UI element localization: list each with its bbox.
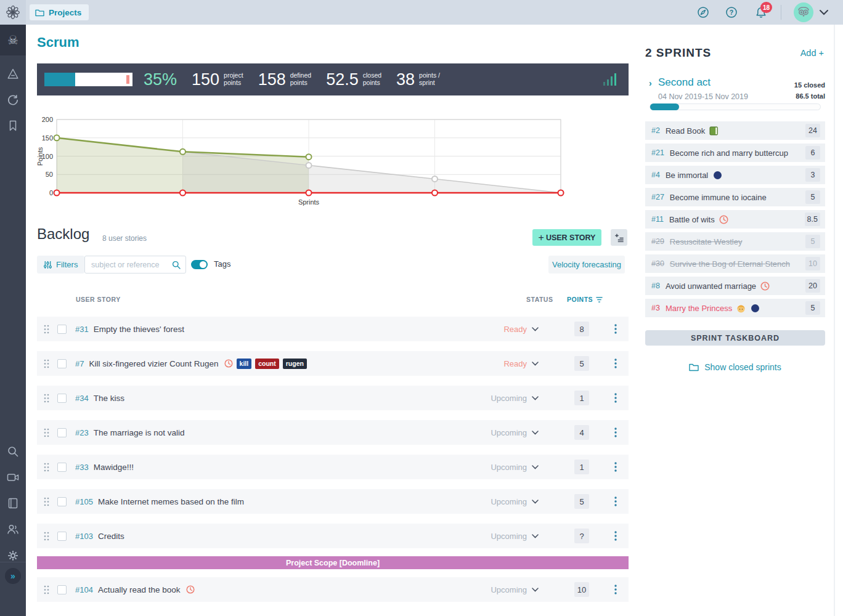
story-ref[interactable]: #105 — [75, 497, 93, 506]
kebab-menu-icon[interactable] — [614, 462, 617, 472]
status-dropdown[interactable]: Ready — [490, 325, 561, 334]
drag-handle-icon[interactable] — [44, 585, 49, 594]
taiga-logo[interactable] — [0, 0, 26, 25]
kebab-menu-icon[interactable] — [614, 531, 617, 541]
row-menu[interactable] — [603, 324, 629, 334]
kebab-menu-icon[interactable] — [614, 359, 617, 368]
story-ref[interactable]: #104 — [75, 585, 93, 594]
sprint-item-title[interactable]: Survive the Bog of Eternal Stench — [670, 259, 790, 269]
search-icon[interactable] — [7, 445, 19, 458]
status-dropdown[interactable]: Upcoming — [490, 532, 561, 541]
sprint-item[interactable]: #27Become immune to iocaine5 — [645, 188, 825, 206]
kebab-menu-icon[interactable] — [614, 585, 617, 594]
row-menu[interactable] — [603, 531, 629, 541]
story-title[interactable]: Make Internet memes based on the film — [98, 497, 244, 506]
story-checkbox[interactable] — [57, 428, 67, 437]
story-checkbox[interactable] — [57, 463, 67, 472]
meet-video-icon[interactable] — [7, 471, 19, 484]
status-dropdown[interactable]: Upcoming — [490, 428, 561, 437]
search-icon[interactable] — [172, 261, 181, 269]
team-icon[interactable] — [7, 523, 19, 535]
sprint-item-ref[interactable]: #11 — [651, 215, 664, 224]
sprint-expand-chevron[interactable]: › — [649, 78, 652, 88]
points-value[interactable]: 5 — [574, 494, 589, 509]
help-icon[interactable]: ? — [725, 6, 738, 18]
user-avatar[interactable] — [794, 2, 813, 22]
drag-handle-icon[interactable] — [44, 359, 49, 368]
story-ref[interactable]: #34 — [75, 394, 89, 403]
chevron-down-icon[interactable] — [819, 9, 829, 16]
story-ref[interactable]: #31 — [75, 325, 89, 334]
status-dropdown[interactable]: Upcoming — [490, 497, 561, 506]
row-menu[interactable] — [603, 428, 629, 437]
sprint-item-ref[interactable]: #3 — [651, 304, 660, 312]
points-value[interactable]: ? — [574, 529, 589, 543]
story-title[interactable]: Kill six-fingered vizier Count Rugen — [89, 359, 218, 368]
points-value[interactable]: 8 — [574, 322, 589, 336]
drag-handle-icon[interactable] — [44, 463, 49, 472]
sprint-item-ref[interactable]: #29 — [651, 237, 664, 246]
status-dropdown[interactable]: Ready — [490, 359, 561, 368]
row-menu[interactable] — [603, 496, 629, 506]
story-title[interactable]: Actually read the book — [98, 585, 181, 594]
story-checkbox[interactable] — [57, 585, 67, 594]
scrollbar-track[interactable] — [834, 25, 835, 616]
story-checkbox[interactable] — [57, 532, 67, 541]
story-title[interactable]: The marriage is not valid — [94, 428, 185, 437]
status-dropdown[interactable]: Upcoming — [490, 463, 561, 472]
status-dropdown[interactable]: Upcoming — [490, 394, 561, 403]
project-logo-skull[interactable]: ☠ — [0, 25, 26, 55]
row-menu[interactable] — [603, 359, 629, 368]
settings-gear-icon[interactable] — [7, 549, 19, 562]
sprint-item-title[interactable]: Become rich and marry buttercup — [670, 148, 788, 158]
sprint-item[interactable]: #29Resuscitate Westley5 — [645, 232, 825, 251]
story-ref[interactable]: #7 — [75, 359, 84, 368]
show-closed-sprints-link[interactable]: Show closed sprints — [645, 362, 825, 372]
story-ref[interactable]: #103 — [75, 532, 93, 541]
kebab-menu-icon[interactable] — [614, 428, 617, 437]
points-value[interactable]: 1 — [574, 460, 589, 474]
projects-button[interactable]: Projects — [30, 4, 89, 20]
search-input[interactable] — [91, 256, 171, 273]
story-ref[interactable]: #23 — [75, 428, 89, 437]
points-value[interactable]: 10 — [574, 582, 589, 597]
sprint-item[interactable]: #30Survive the Bog of Eternal Stench10 — [645, 254, 825, 273]
sprint-item-ref[interactable]: #21 — [651, 148, 664, 157]
filters-button[interactable]: Filters — [37, 256, 84, 274]
kebab-menu-icon[interactable] — [614, 496, 617, 506]
collapse-sidebar-icon[interactable]: » — [5, 568, 21, 584]
column-points[interactable]: POINTS — [567, 296, 603, 303]
drag-handle-icon[interactable] — [44, 394, 49, 403]
sprint-item[interactable]: #4Be immortal3 — [645, 166, 825, 184]
story-checkbox[interactable] — [57, 359, 67, 368]
story-ref[interactable]: #33 — [75, 463, 89, 472]
bulk-add-stories-button[interactable] — [611, 229, 627, 246]
sprint-item-title[interactable]: Marry the Princess — [666, 304, 732, 313]
wiki-book-icon[interactable] — [7, 497, 19, 509]
velocity-forecasting-link[interactable]: Velocity forecasting — [548, 256, 625, 274]
sprint-item[interactable]: #21Become rich and marry buttercup6 — [645, 144, 825, 162]
sprint-item-ref[interactable]: #4 — [651, 171, 660, 179]
add-user-story-button[interactable]: + USER STORY — [532, 229, 601, 246]
sprint-item[interactable]: #2Read Book24 — [645, 121, 825, 140]
sprint-item-ref[interactable]: #27 — [651, 193, 664, 201]
sprint-item[interactable]: #8Avoid unwanted marriage20 — [645, 277, 825, 295]
status-dropdown[interactable]: Upcoming — [490, 585, 561, 594]
issues-bookmark-icon[interactable] — [7, 120, 19, 132]
drag-handle-icon[interactable] — [44, 428, 49, 437]
kebab-menu-icon[interactable] — [614, 393, 617, 403]
sprint-item-title[interactable]: Be immortal — [666, 171, 708, 180]
sprint-item-ref[interactable]: #8 — [651, 282, 660, 290]
sprint-item-title[interactable]: Read Book — [666, 126, 705, 136]
story-checkbox[interactable] — [57, 497, 67, 506]
kebab-menu-icon[interactable] — [614, 324, 617, 334]
sprint-item[interactable]: #11Battle of wits8.5 — [645, 210, 825, 229]
sprint-item-ref[interactable]: #30 — [651, 259, 664, 268]
story-checkbox[interactable] — [57, 394, 67, 403]
story-title[interactable]: Empty the thieves' forest — [94, 325, 184, 334]
stats-bars-icon[interactable] — [603, 73, 616, 86]
story-title[interactable]: Credits — [98, 532, 124, 541]
add-sprint-link[interactable]: Add + — [800, 48, 824, 58]
drag-handle-icon[interactable] — [44, 532, 49, 541]
row-menu[interactable] — [603, 393, 629, 403]
